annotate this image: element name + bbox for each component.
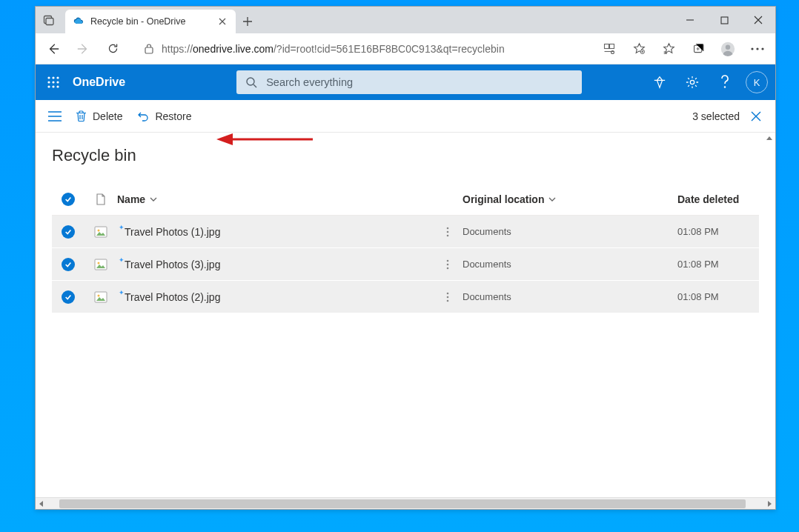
new-tab-button[interactable] bbox=[236, 10, 259, 33]
maximize-button[interactable] bbox=[707, 7, 741, 33]
file-date: 01:08 PM bbox=[677, 226, 759, 237]
selection-count: 3 selected bbox=[692, 110, 740, 122]
file-location: Documents bbox=[463, 291, 677, 302]
scrollbar-thumb[interactable] bbox=[59, 499, 746, 508]
app-launcher-icon[interactable] bbox=[36, 64, 71, 100]
nav-hamburger-icon[interactable] bbox=[42, 103, 68, 130]
minimize-button[interactable] bbox=[673, 7, 707, 33]
svg-point-20 bbox=[47, 85, 50, 87]
extensions-icon[interactable] bbox=[596, 36, 623, 62]
svg-point-37 bbox=[98, 294, 100, 296]
close-window-button[interactable] bbox=[741, 7, 775, 33]
scroll-right-icon[interactable] bbox=[766, 500, 773, 508]
svg-point-16 bbox=[56, 76, 59, 79]
search-input[interactable]: Search everything bbox=[236, 70, 582, 94]
select-all-checkbox[interactable] bbox=[52, 193, 84, 206]
file-date: 01:08 PM bbox=[677, 259, 759, 270]
svg-point-22 bbox=[56, 85, 59, 87]
svg-point-14 bbox=[47, 76, 50, 79]
svg-point-35 bbox=[447, 267, 449, 269]
horizontal-scrollbar[interactable] bbox=[36, 497, 775, 509]
row-checkbox[interactable] bbox=[52, 258, 84, 271]
table-header: Name Original location Date deleted bbox=[52, 183, 759, 216]
svg-point-23 bbox=[247, 78, 254, 85]
svg-point-39 bbox=[447, 296, 449, 298]
browser-window: Recycle bin - OneDrive https://onedrive.… bbox=[35, 6, 776, 510]
brand-label[interactable]: OneDrive bbox=[73, 76, 125, 89]
location-column-header[interactable]: Original location bbox=[463, 193, 677, 205]
filetype-column-icon[interactable] bbox=[84, 193, 117, 205]
undo-icon bbox=[137, 110, 149, 122]
more-menu-icon[interactable] bbox=[744, 36, 771, 62]
restore-button[interactable]: Restore bbox=[130, 103, 199, 130]
image-file-icon bbox=[84, 290, 117, 304]
table-row[interactable]: ✦Travel Photos (3).jpg Documents 01:08 P… bbox=[52, 248, 759, 281]
file-name[interactable]: ✦Travel Photos (1).jpg bbox=[117, 226, 433, 238]
image-file-icon bbox=[84, 225, 117, 239]
svg-point-13 bbox=[761, 47, 763, 50]
site-info-icon[interactable] bbox=[144, 43, 154, 55]
profile-icon[interactable] bbox=[715, 36, 741, 62]
account-avatar[interactable]: K bbox=[746, 71, 768, 93]
svg-point-25 bbox=[724, 86, 726, 87]
settings-gear-icon[interactable] bbox=[677, 67, 707, 97]
table-row[interactable]: ✦Travel Photos (2).jpg Documents 01:08 P… bbox=[52, 281, 759, 313]
title-bar: Recycle bin - OneDrive bbox=[36, 7, 775, 33]
table-row[interactable]: ✦Travel Photos (1).jpg Documents 01:08 P… bbox=[52, 216, 759, 248]
date-column-header[interactable]: Date deleted bbox=[677, 193, 759, 205]
svg-point-18 bbox=[52, 81, 54, 83]
trash-icon bbox=[76, 110, 87, 122]
svg-point-17 bbox=[47, 81, 50, 83]
scroll-left-icon[interactable] bbox=[38, 500, 45, 508]
svg-point-19 bbox=[56, 81, 59, 83]
row-checkbox[interactable] bbox=[52, 225, 84, 239]
svg-rect-1 bbox=[46, 19, 53, 25]
tab-actions-icon[interactable] bbox=[36, 7, 62, 33]
page-title: Recycle bin bbox=[52, 146, 759, 165]
svg-rect-4 bbox=[605, 44, 609, 48]
svg-point-27 bbox=[98, 229, 100, 231]
url-text: https://onedrive.live.com/?id=root!cid=5… bbox=[162, 43, 505, 55]
tab-close-icon[interactable] bbox=[216, 16, 228, 27]
header-right: K bbox=[645, 67, 775, 97]
svg-rect-2 bbox=[721, 17, 728, 24]
delete-button[interactable]: Delete bbox=[68, 103, 130, 130]
delete-label: Delete bbox=[93, 110, 122, 122]
svg-rect-5 bbox=[610, 44, 614, 48]
onedrive-favicon-icon bbox=[73, 16, 84, 27]
row-checkbox[interactable] bbox=[52, 290, 84, 304]
svg-point-40 bbox=[447, 299, 449, 302]
svg-point-32 bbox=[98, 262, 100, 264]
image-file-icon bbox=[84, 258, 117, 271]
file-name[interactable]: ✦Travel Photos (3).jpg bbox=[117, 259, 433, 270]
chevron-down-icon bbox=[548, 196, 556, 203]
svg-point-30 bbox=[447, 234, 449, 236]
file-location: Documents bbox=[463, 259, 677, 270]
browser-tab-active[interactable]: Recycle bin - OneDrive bbox=[65, 10, 236, 33]
favorites-star-icon[interactable] bbox=[626, 36, 652, 62]
command-bar: Delete Restore 3 selected bbox=[36, 100, 775, 133]
premium-icon[interactable] bbox=[645, 67, 674, 97]
svg-point-28 bbox=[447, 227, 449, 229]
page-content: Recycle bin Name Original location Date … bbox=[36, 133, 775, 509]
file-table: Name Original location Date deleted ✦Tra… bbox=[52, 183, 759, 313]
address-bar: https://onedrive.live.com/?id=root!cid=5… bbox=[36, 33, 775, 64]
row-more-icon[interactable] bbox=[433, 292, 463, 302]
url-field[interactable]: https://onedrive.live.com/?id=root!cid=5… bbox=[138, 37, 593, 61]
svg-point-12 bbox=[756, 47, 758, 50]
nav-forward-button[interactable] bbox=[70, 36, 96, 62]
name-column-header[interactable]: Name bbox=[117, 193, 433, 205]
help-icon[interactable] bbox=[710, 67, 740, 97]
file-name[interactable]: ✦Travel Photos (2).jpg bbox=[117, 291, 433, 303]
row-more-icon[interactable] bbox=[433, 227, 463, 237]
favorites-list-icon[interactable] bbox=[655, 36, 682, 62]
collections-icon[interactable] bbox=[685, 36, 712, 62]
scroll-up-icon[interactable] bbox=[763, 133, 775, 144]
row-more-icon[interactable] bbox=[433, 259, 463, 270]
nav-back-button[interactable] bbox=[40, 36, 67, 62]
clear-selection-icon[interactable] bbox=[747, 107, 765, 125]
restore-label: Restore bbox=[155, 110, 191, 122]
svg-point-15 bbox=[52, 76, 54, 79]
svg-point-24 bbox=[690, 80, 694, 84]
refresh-button[interactable] bbox=[99, 36, 126, 62]
